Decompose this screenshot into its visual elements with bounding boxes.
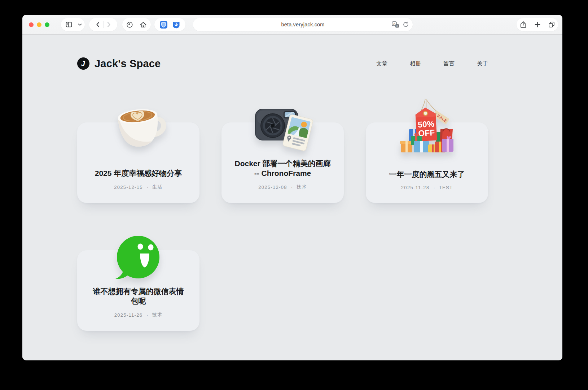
close-window-button[interactable] <box>29 22 34 27</box>
sale-tag-gifts-emoji: SALE 50% OFF <box>393 98 461 152</box>
post-meta: 2025-11-28 · TEST <box>401 185 453 190</box>
site-header: J Jack's Space 文章 相册 留言 关于 <box>77 56 488 72</box>
post-title: 2025 年度幸福感好物分享 <box>95 168 182 178</box>
site-logo: J <box>77 57 89 70</box>
coffee-latte-emoji <box>104 98 173 152</box>
share-icon <box>519 21 527 29</box>
forward-icon <box>107 22 111 27</box>
home-button[interactable] <box>136 18 150 31</box>
history-button[interactable] <box>123 18 136 31</box>
post-date: 2025-11-26 <box>114 312 143 318</box>
sidebar-icon <box>65 21 73 28</box>
url-text: beta.veryjack.com <box>281 22 324 27</box>
forward-button[interactable] <box>104 18 114 31</box>
history-home-group <box>122 18 151 31</box>
site-brand[interactable]: J Jack's Space <box>77 57 161 70</box>
share-button[interactable] <box>516 18 530 31</box>
post-meta: 2025-12-15 · 生活 <box>114 184 162 190</box>
chevron-down-icon <box>78 23 82 26</box>
translate-icon[interactable]: A 文 <box>391 21 399 28</box>
meta-separator: · <box>146 312 148 318</box>
post-item: SALE 50% OFF <box>366 98 488 203</box>
post-date: 2025-12-08 <box>258 185 287 190</box>
bitwarden-extension-button[interactable] <box>158 18 169 31</box>
sidebar-menu-button[interactable] <box>76 18 84 31</box>
window-controls <box>29 22 49 27</box>
post-title: Docker 部署一个精美的画廊 -- ChronoFrame <box>234 159 332 178</box>
post-date: 2025-12-15 <box>114 185 143 190</box>
reload-icon[interactable] <box>403 21 409 28</box>
browser-toolbar: beta.veryjack.com A 文 <box>22 15 562 35</box>
posts-grid: 2025 年度幸福感好物分享 2025-12-15 · 生活 <box>77 98 488 331</box>
minimize-window-button[interactable] <box>37 22 41 27</box>
zoom-window-button[interactable] <box>45 22 49 27</box>
address-bar-actions: A 文 <box>391 18 409 31</box>
post-meta: 2025-11-26 · 技术 <box>114 312 163 318</box>
nav-item-articles[interactable]: 文章 <box>376 60 387 68</box>
bitwarden-shield-icon <box>159 21 168 29</box>
post-item: 谁不想拥有专属的微信表情包呢 2025-11-26 · 技术 <box>77 226 199 331</box>
history-nav-group <box>89 18 117 31</box>
extensions-group <box>154 18 185 31</box>
svg-text:A: A <box>393 22 395 26</box>
new-tab-button[interactable] <box>531 18 544 31</box>
logo-letter: J <box>81 60 85 68</box>
browser-window: beta.veryjack.com A 文 <box>22 15 562 360</box>
back-icon <box>96 22 100 27</box>
home-icon <box>140 21 147 28</box>
sidebar-toggle-button[interactable] <box>62 18 76 31</box>
nav-item-guestbook[interactable]: 留言 <box>443 60 455 68</box>
plus-icon <box>534 21 541 28</box>
tab-overview-icon <box>548 21 555 28</box>
meta-separator: · <box>147 185 148 190</box>
wechat-sticker-emoji <box>104 226 173 280</box>
page-content: J Jack's Space 文章 相册 留言 关于 <box>22 35 562 360</box>
camera-photo-emoji <box>249 98 317 152</box>
post-category: 技术 <box>152 312 163 318</box>
download-extension-button[interactable] <box>171 18 182 31</box>
nav-item-about[interactable]: 关于 <box>477 60 488 68</box>
post-title: 谁不想拥有专属的微信表情包呢 <box>93 286 184 306</box>
download-shield-icon <box>172 21 180 29</box>
svg-text:文: 文 <box>396 24 399 27</box>
address-bar[interactable]: beta.veryjack.com A 文 <box>193 18 413 31</box>
post-category: TEST <box>439 185 453 190</box>
main-nav: 文章 相册 留言 关于 <box>376 60 488 68</box>
post-date: 2025-11-28 <box>401 185 430 190</box>
post-item: Docker 部署一个精美的画廊 -- ChronoFrame 2025-12-… <box>221 98 344 203</box>
window-actions-group <box>517 18 558 31</box>
post-category: 技术 <box>297 184 307 190</box>
meta-separator: · <box>433 185 435 190</box>
meta-separator: · <box>291 185 293 190</box>
post-meta: 2025-12-08 · 技术 <box>258 184 307 190</box>
tab-overview-button[interactable] <box>545 18 558 31</box>
back-button[interactable] <box>92 18 103 31</box>
clock-icon <box>126 21 133 28</box>
post-item: 2025 年度幸福感好物分享 2025-12-15 · 生活 <box>77 98 199 203</box>
post-category: 生活 <box>152 184 163 190</box>
post-title: 一年一度的黑五又来了 <box>389 169 465 179</box>
nav-item-album[interactable]: 相册 <box>410 60 421 68</box>
sidebar-toggle-group <box>61 18 85 31</box>
site-title: Jack's Space <box>95 58 161 70</box>
